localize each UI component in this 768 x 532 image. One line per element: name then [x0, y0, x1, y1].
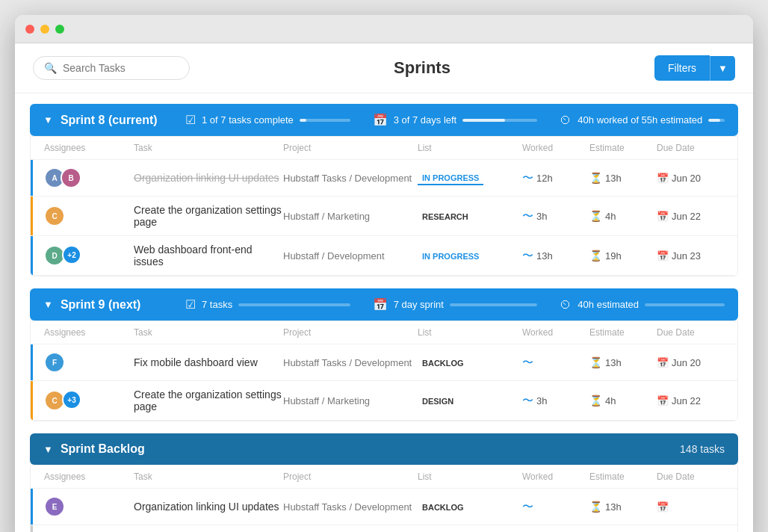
sprint-9-col-headers: Assignees Task Project List Worked Estim… — [31, 321, 737, 344]
col-assignees: Assignees — [44, 143, 134, 153]
timer-icon: ⏳ — [589, 172, 602, 184]
chart-icon: 〜 — [522, 249, 533, 263]
sprint-8-hours-progress — [708, 119, 720, 122]
sprint-9-days-bar — [450, 303, 537, 306]
sprint-9-hours-bar — [645, 303, 725, 306]
filters-button[interactable]: Filters — [654, 55, 710, 81]
task-row: E Organization linking UI updates Hubsta… — [31, 489, 737, 525]
backlog-chevron[interactable]: ▼ — [43, 444, 53, 455]
search-input[interactable] — [63, 62, 179, 74]
due-date-icon: 📅 — [657, 395, 669, 406]
timer-icon: ⏳ — [589, 395, 602, 406]
sprint-9-hours-stat: ⏲ 40h estimated — [560, 298, 725, 312]
app-window: 🔍 Sprints Filters ▼ ▼ Sprint 8 (current) — [15, 15, 753, 532]
close-dot[interactable] — [25, 25, 34, 34]
estimate-cell: ⏳ 4h — [589, 395, 657, 406]
task-row: A B Organization linking UI updates Hubs… — [31, 160, 737, 197]
list-cell: IN PROGRESS — [418, 249, 522, 262]
due-date-icon: 📅 — [657, 211, 669, 222]
search-icon: 🔍 — [44, 62, 57, 74]
list-badge: DESIGN — [418, 395, 458, 407]
sprint-8-chevron[interactable]: ▼ — [43, 114, 53, 126]
due-date-icon: 📅 — [657, 501, 669, 513]
col-project: Project — [283, 471, 418, 482]
sprint-9-days-stat: 📅 7 day sprint — [373, 297, 538, 312]
row-border — [31, 525, 33, 532]
sprint-9-name: Sprint 9 (next) — [61, 298, 141, 312]
due-date-value: Jun 22 — [672, 395, 701, 406]
calendar-icon: 📅 — [373, 113, 388, 127]
tasks-check-icon: ☑ — [185, 113, 196, 127]
worked-value: 3h — [536, 395, 547, 406]
sprint-8-col-headers: Assignees Task Project List Worked Estim… — [31, 137, 737, 160]
task-name[interactable]: Organization linking UI updates — [134, 172, 283, 184]
backlog-tasks-count: 148 tasks — [680, 443, 725, 455]
worked-cell: 〜 3h — [522, 394, 589, 408]
project-name: Hubstaff Tasks / Development — [283, 501, 418, 513]
assignees: F — [44, 352, 134, 373]
sprint-8-hours-bar — [708, 119, 725, 122]
sprint-8-tasks-stat: ☑ 1 of 7 tasks complete — [185, 113, 350, 127]
sprint-8-header: ▼ Sprint 8 (current) ☑ 1 of 7 tasks comp… — [30, 104, 738, 136]
assignees: C — [44, 205, 134, 226]
sprint-8-tasks: Assignees Task Project List Worked Estim… — [30, 136, 738, 276]
col-estimate: Estimate — [589, 327, 657, 338]
estimate-value: 19h — [605, 250, 622, 262]
search-box[interactable]: 🔍 — [33, 56, 190, 80]
row-border — [31, 344, 33, 380]
worked-cell: 〜 3h — [522, 209, 589, 223]
task-name[interactable]: Create the organization settings page — [134, 389, 283, 412]
app-content: 🔍 Sprints Filters ▼ ▼ Sprint 8 (current) — [15, 43, 753, 532]
sprint-9-header: ▼ Sprint 9 (next) ☑ 7 tasks 📅 7 day spri… — [30, 288, 738, 321]
sprint-8-title: ▼ Sprint 8 (current) — [43, 114, 163, 127]
due-date-cell: 📅 Jun 22 — [657, 211, 724, 222]
page-title: Sprints — [394, 58, 450, 78]
col-project: Project — [283, 327, 418, 338]
task-name[interactable]: Organization linking UI updates — [134, 501, 283, 513]
maximize-dot[interactable] — [55, 25, 64, 34]
list-badge: RESEARCH — [418, 211, 473, 223]
minimize-dot[interactable] — [40, 25, 49, 34]
due-date-icon: 📅 — [657, 173, 669, 184]
sprint-9-days-text: 7 day sprint — [394, 299, 444, 310]
filters-chevron-button[interactable]: ▼ — [710, 56, 735, 81]
sprint-9-tasks: Assignees Task Project List Worked Estim… — [30, 321, 738, 421]
list-badge: BACKLOG — [418, 357, 468, 369]
list-cell: DESIGN — [418, 394, 522, 407]
due-date-cell: 📅 Jun 20 — [657, 357, 724, 368]
avatar: B — [61, 167, 81, 188]
assignees: C +3 — [44, 390, 134, 411]
backlog-title: ▼ Sprint Backlog — [43, 442, 163, 456]
header: 🔍 Sprints Filters ▼ — [15, 43, 753, 93]
list-badge: BACKLOG — [418, 501, 468, 513]
avatar-count: +3 — [62, 390, 81, 409]
task-row: C Create the organization settings page … — [31, 197, 737, 236]
col-estimate: Estimate — [589, 143, 657, 153]
task-name[interactable]: Create the organization settings page — [134, 204, 283, 228]
backlog-section: ▼ Sprint Backlog 148 tasks Assignees Tas… — [30, 433, 738, 532]
sprint-8-days-progress — [462, 119, 505, 122]
row-border — [31, 160, 33, 196]
backlog-col-headers: Assignees Task Project List Worked Estim… — [31, 466, 737, 489]
estimate-value: 4h — [605, 211, 616, 222]
due-date-value: Jun 20 — [672, 173, 701, 184]
task-name[interactable]: Web dashboard front-end issues — [134, 244, 283, 267]
clock-icon: ⏲ — [560, 114, 572, 127]
backlog-header: ▼ Sprint Backlog 148 tasks — [30, 433, 738, 465]
timer-icon: ⏳ — [589, 501, 602, 513]
avatar: F — [44, 352, 65, 373]
calendar-icon: 📅 — [373, 297, 388, 312]
row-border — [31, 236, 33, 275]
avatar-count: +2 — [62, 245, 81, 265]
worked-value: 13h — [536, 250, 553, 262]
col-task: Task — [134, 327, 283, 338]
sprint-8-days-bar — [462, 119, 537, 122]
titlebar — [15, 15, 753, 43]
task-row: A B Create the mobile view for phones Hu… — [31, 525, 737, 532]
chart-icon: 〜 — [522, 209, 533, 223]
col-worked: Worked — [522, 327, 589, 338]
col-estimate: Estimate — [589, 471, 657, 482]
due-date-cell: 📅 — [657, 501, 724, 513]
sprint-9-chevron[interactable]: ▼ — [43, 299, 53, 310]
task-name[interactable]: Fix mobile dashboard view — [134, 356, 283, 368]
